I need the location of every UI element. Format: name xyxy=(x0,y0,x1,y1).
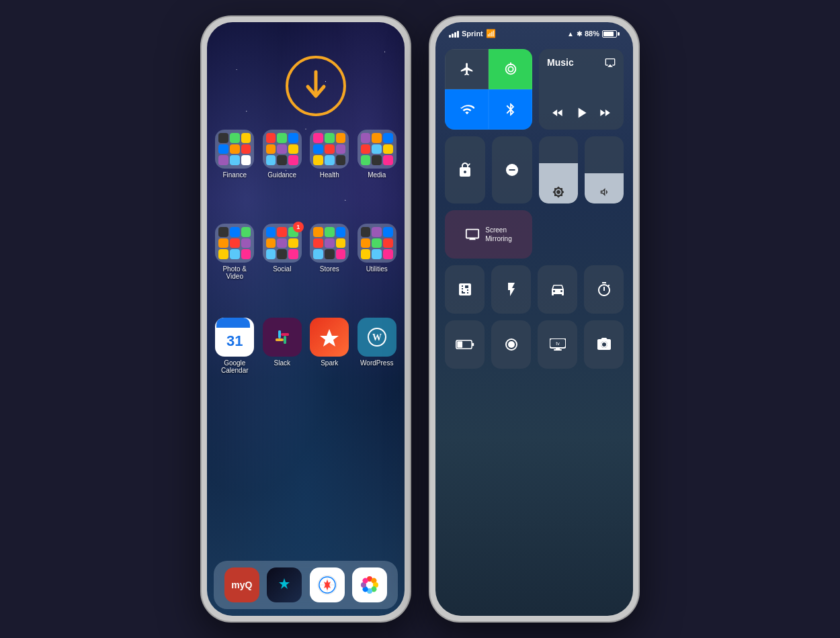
mini-app xyxy=(336,144,346,154)
calculator-button[interactable] xyxy=(445,265,485,314)
dock-app-photos[interactable] xyxy=(352,567,387,602)
mini-app xyxy=(372,133,382,143)
folder-guidance-icon xyxy=(263,130,302,169)
dock-app-myq[interactable]: myQ xyxy=(224,567,259,602)
screen-record-button[interactable] xyxy=(491,320,531,369)
mini-app xyxy=(336,249,346,259)
folder-stores[interactable]: Stores xyxy=(308,224,351,280)
folder-stores-label: Stores xyxy=(320,265,339,273)
timer-icon xyxy=(596,281,612,298)
carplay-button[interactable] xyxy=(538,265,577,314)
folder-utilities[interactable]: Utilities xyxy=(356,224,398,280)
cc-row-2 xyxy=(445,136,624,203)
mini-app xyxy=(230,155,240,165)
mini-app xyxy=(266,238,276,248)
safari-icon xyxy=(310,567,345,602)
folder-photo-video[interactable]: Photo & Video xyxy=(214,224,256,280)
wifi-button[interactable] xyxy=(445,89,489,130)
location-icon: ▲ xyxy=(567,30,574,38)
rotation-lock-button[interactable] xyxy=(445,136,485,203)
svg-rect-36 xyxy=(556,348,560,349)
app-spark[interactable]: Spark xyxy=(308,318,351,374)
apple-tv-button[interactable]: tv xyxy=(538,320,577,369)
app-spark-label: Spark xyxy=(321,359,338,367)
mini-app xyxy=(230,249,240,259)
mini-app xyxy=(313,144,323,154)
folder-social-icon-wrapper: 1 xyxy=(263,224,302,263)
home-screen: Finance Guidance xyxy=(207,22,405,616)
mini-app xyxy=(372,155,382,165)
mini-app xyxy=(241,249,251,259)
svg-rect-32 xyxy=(472,343,474,347)
mini-app xyxy=(372,144,382,154)
mini-app xyxy=(230,133,240,143)
wordpress-icon: W xyxy=(358,318,396,357)
mini-app xyxy=(266,249,276,259)
cc-content: Music xyxy=(435,42,633,616)
mini-app xyxy=(277,144,287,154)
low-power-button[interactable] xyxy=(445,320,485,369)
folder-social[interactable]: 1 Social xyxy=(261,224,304,280)
battery-body xyxy=(602,30,617,38)
screen-mirroring-button[interactable]: Screen Mirroring xyxy=(445,210,532,259)
myq-icon: myQ xyxy=(224,567,259,602)
dock-app-safari[interactable] xyxy=(310,567,345,602)
mini-app xyxy=(230,238,240,248)
folder-health[interactable]: Health xyxy=(308,130,351,179)
mini-app xyxy=(325,227,335,237)
svg-text:tv: tv xyxy=(556,341,560,346)
rewind-icon[interactable] xyxy=(551,106,564,120)
connectivity-block xyxy=(445,49,532,130)
airplane-mode-button[interactable] xyxy=(445,49,489,89)
carrier-label: Sprint xyxy=(462,30,483,38)
svg-rect-2 xyxy=(278,330,281,333)
right-phone: Sprint 📶 ▲ ✱ 88% xyxy=(430,17,638,621)
app-wordpress[interactable]: W WordPress xyxy=(356,318,398,374)
brightness-slider[interactable] xyxy=(539,136,578,203)
battery-tip xyxy=(618,32,620,36)
mini-app xyxy=(241,238,251,248)
mini-app xyxy=(288,144,298,154)
music-block[interactable]: Music xyxy=(539,49,624,130)
bluetooth-icon xyxy=(503,102,518,117)
low-power-icon xyxy=(456,338,474,351)
svg-point-26 xyxy=(505,64,515,75)
svg-rect-6 xyxy=(276,338,278,341)
camera-button[interactable] xyxy=(584,320,624,369)
folder-guidance-label: Guidance xyxy=(267,171,296,179)
cc-row-5: tv xyxy=(445,320,624,369)
app-google-calendar[interactable]: 31 Google Calendar xyxy=(214,318,256,374)
volume-slider[interactable] xyxy=(585,136,624,203)
timer-button[interactable] xyxy=(584,265,624,314)
right-phone-screen: Sprint 📶 ▲ ✱ 88% xyxy=(435,22,633,616)
do-not-disturb-button[interactable] xyxy=(492,136,532,203)
app-slack[interactable]: Slack xyxy=(261,318,304,374)
folder-guidance[interactable]: Guidance xyxy=(261,130,304,179)
calculator-icon xyxy=(457,281,473,298)
slack-logo-icon xyxy=(271,326,293,348)
play-icon[interactable] xyxy=(573,104,590,122)
rotation-lock-icon xyxy=(457,162,473,178)
dock-app-darksky[interactable] xyxy=(267,567,302,602)
myq-text: myQ xyxy=(231,580,252,590)
folder-media[interactable]: Media xyxy=(356,130,398,179)
cellular-button[interactable] xyxy=(489,49,532,89)
bluetooth-button[interactable] xyxy=(489,89,532,130)
status-bar xyxy=(207,22,405,30)
mini-app xyxy=(241,155,251,165)
folder-finance[interactable]: Finance xyxy=(214,130,256,179)
fast-forward-icon[interactable] xyxy=(598,106,612,120)
mini-app xyxy=(241,144,251,154)
music-controls xyxy=(547,104,616,122)
folder-finance-icon xyxy=(215,130,254,169)
battery-icon xyxy=(602,30,620,38)
mini-app xyxy=(361,227,371,237)
left-phone: Finance Guidance xyxy=(202,17,410,621)
down-arrow-icon xyxy=(302,69,329,103)
screen-mirroring-icon xyxy=(465,227,480,242)
signal-bar-3 xyxy=(454,32,456,38)
folder-media-label: Media xyxy=(368,171,386,179)
mini-app xyxy=(313,155,323,165)
app-slack-label: Slack xyxy=(274,359,290,367)
flashlight-button[interactable] xyxy=(491,265,531,314)
